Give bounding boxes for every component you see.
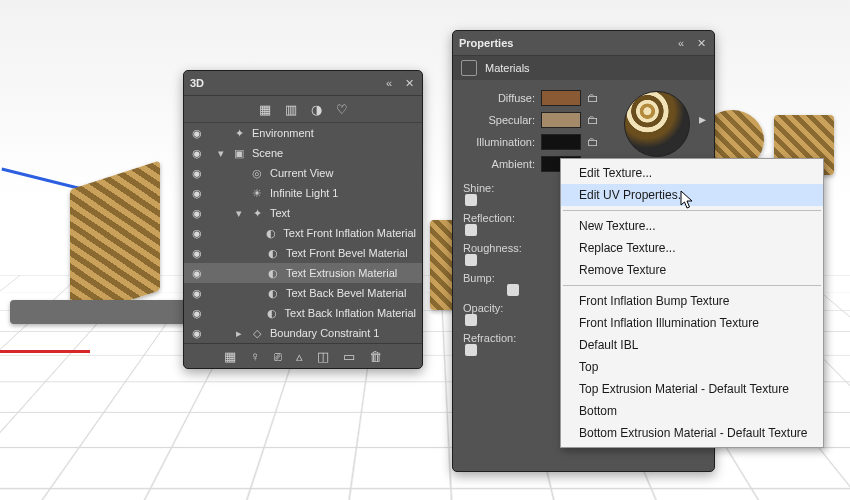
slider-knob[interactable] bbox=[465, 314, 477, 326]
menu-item[interactable]: Top bbox=[561, 356, 823, 378]
scene-item-label: Text Front Bevel Material bbox=[286, 247, 408, 259]
axis-red bbox=[0, 350, 90, 353]
collapse-icon[interactable]: « bbox=[674, 36, 688, 50]
menu-item[interactable]: Edit Texture... bbox=[561, 162, 823, 184]
item-type-icon: ✦ bbox=[250, 206, 264, 220]
scene-tree-item[interactable]: ◉▾✦Text bbox=[184, 203, 422, 223]
scene-tree-item[interactable]: ◉◐Text Back Inflation Material bbox=[184, 303, 422, 323]
menu-item[interactable]: New Texture... bbox=[561, 215, 823, 237]
specular-label: Specular: bbox=[463, 114, 541, 126]
diffuse-label: Diffuse: bbox=[463, 92, 541, 104]
collapse-icon[interactable]: « bbox=[382, 76, 396, 90]
scene-item-label: Text Extrusion Material bbox=[286, 267, 397, 279]
specular-swatch[interactable] bbox=[541, 112, 581, 128]
scene-tree[interactable]: ◉✦Environment◉▾▣Scene◉◎Current View◉☀Inf… bbox=[184, 123, 422, 343]
diffuse-texture-icon[interactable]: 🗀 bbox=[585, 91, 601, 105]
footer-icon[interactable]: 🗑 bbox=[369, 349, 382, 364]
illumination-texture-icon[interactable]: 🗀 bbox=[585, 135, 601, 149]
scene-tree-item[interactable]: ◉☀Infinite Light 1 bbox=[184, 183, 422, 203]
visibility-eye-icon[interactable]: ◉ bbox=[190, 187, 204, 200]
scene-tree-item[interactable]: ◉◐Text Front Bevel Material bbox=[184, 243, 422, 263]
menu-item[interactable]: Remove Texture bbox=[561, 259, 823, 281]
visibility-eye-icon[interactable]: ◉ bbox=[190, 267, 204, 280]
panel-3d-footer: ▦ ♀ ⎚ ▵ ◫ ▭ 🗑 bbox=[184, 343, 422, 368]
diffuse-swatch[interactable] bbox=[541, 90, 581, 106]
scene-base bbox=[10, 300, 190, 324]
scene-item-label: Text bbox=[270, 207, 290, 219]
footer-icon[interactable]: ▵ bbox=[296, 349, 303, 364]
slider-knob[interactable] bbox=[465, 254, 477, 266]
preview-next-icon[interactable]: ▸ bbox=[699, 111, 706, 127]
material-preview-sphere[interactable] bbox=[624, 91, 690, 157]
item-type-icon: ◐ bbox=[266, 266, 280, 280]
visibility-eye-icon[interactable]: ◉ bbox=[190, 327, 204, 340]
properties-subheader: Materials bbox=[453, 56, 714, 80]
menu-item[interactable]: Bottom bbox=[561, 400, 823, 422]
close-icon[interactable]: ✕ bbox=[694, 36, 708, 50]
scene-tree-item[interactable]: ◉✦Environment bbox=[184, 123, 422, 143]
disclosure-twist-icon[interactable]: ▸ bbox=[234, 327, 244, 340]
illumination-label: Illumination: bbox=[463, 136, 541, 148]
slider-knob[interactable] bbox=[507, 284, 519, 296]
scene-item-label: Current View bbox=[270, 167, 333, 179]
panel-properties-header[interactable]: Properties « ✕ bbox=[453, 31, 714, 56]
illumination-swatch[interactable] bbox=[541, 134, 581, 150]
scene-item-label: Boundary Constraint 1 bbox=[270, 327, 379, 339]
visibility-eye-icon[interactable]: ◉ bbox=[190, 167, 204, 180]
scene-tree-item[interactable]: ◉◐Text Front Inflation Material bbox=[184, 223, 422, 243]
visibility-eye-icon[interactable]: ◉ bbox=[190, 127, 204, 140]
visibility-eye-icon[interactable]: ◉ bbox=[190, 287, 204, 300]
panel-3d-title: 3D bbox=[190, 77, 204, 89]
visibility-eye-icon[interactable]: ◉ bbox=[190, 227, 203, 240]
scene-tree-item[interactable]: ◉◎Current View bbox=[184, 163, 422, 183]
item-type-icon: ◎ bbox=[250, 166, 264, 180]
visibility-eye-icon[interactable]: ◉ bbox=[190, 247, 204, 260]
item-type-icon: ◐ bbox=[265, 306, 278, 320]
texture-context-menu[interactable]: Edit Texture...Edit UV Properties...New … bbox=[560, 158, 824, 448]
toolbar-icon[interactable]: ◑ bbox=[311, 102, 322, 117]
slider-knob[interactable] bbox=[465, 194, 477, 206]
menu-item[interactable]: Front Inflation Illumination Texture bbox=[561, 312, 823, 334]
item-type-icon: ☀ bbox=[250, 186, 264, 200]
panel-3d[interactable]: 3D « ✕ ▦ ▥ ◑ ♡ ◉✦Environment◉▾▣Scene◉◎Cu… bbox=[183, 70, 423, 369]
panel-3d-header[interactable]: 3D « ✕ bbox=[184, 71, 422, 96]
menu-item[interactable]: Replace Texture... bbox=[561, 237, 823, 259]
menu-item[interactable]: Front Inflation Bump Texture bbox=[561, 290, 823, 312]
visibility-eye-icon[interactable]: ◉ bbox=[190, 207, 204, 220]
visibility-eye-icon[interactable]: ◉ bbox=[190, 307, 203, 320]
item-type-icon: ◐ bbox=[264, 226, 277, 240]
footer-icon[interactable]: ▦ bbox=[224, 349, 236, 364]
menu-item[interactable]: Default IBL bbox=[561, 334, 823, 356]
materials-icon bbox=[461, 60, 477, 76]
menu-item[interactable]: Edit UV Properties... bbox=[561, 184, 823, 206]
toolbar-icon[interactable]: ▦ bbox=[259, 102, 271, 117]
scene-tree-item[interactable]: ◉◐Text Back Bevel Material bbox=[184, 283, 422, 303]
footer-icon[interactable]: ▭ bbox=[343, 349, 355, 364]
disclosure-twist-icon[interactable]: ▾ bbox=[234, 207, 244, 220]
scene-item-label: Text Back Inflation Material bbox=[285, 307, 416, 319]
ambient-label: Ambient: bbox=[463, 158, 541, 170]
item-type-icon: ✦ bbox=[232, 126, 246, 140]
scene-item-label: Text Front Inflation Material bbox=[283, 227, 416, 239]
scene-item-label: Text Back Bevel Material bbox=[286, 287, 406, 299]
scene-tree-item[interactable]: ◉◐Text Extrusion Material bbox=[184, 263, 422, 283]
slider-knob[interactable] bbox=[465, 224, 477, 236]
menu-item[interactable]: Top Extrusion Material - Default Texture bbox=[561, 378, 823, 400]
menu-item[interactable]: Bottom Extrusion Material - Default Text… bbox=[561, 422, 823, 444]
scene-item-label: Scene bbox=[252, 147, 283, 159]
specular-texture-icon[interactable]: 🗀 bbox=[585, 113, 601, 127]
close-icon[interactable]: ✕ bbox=[402, 76, 416, 90]
scene-tree-item[interactable]: ◉▾▣Scene bbox=[184, 143, 422, 163]
footer-icon[interactable]: ⎚ bbox=[274, 349, 282, 364]
toolbar-icon[interactable]: ♡ bbox=[336, 102, 348, 117]
panel-3d-toolbar: ▦ ▥ ◑ ♡ bbox=[184, 96, 422, 123]
visibility-eye-icon[interactable]: ◉ bbox=[190, 147, 204, 160]
footer-icon[interactable]: ♀ bbox=[250, 349, 260, 364]
menu-separator bbox=[563, 210, 821, 211]
slider-knob[interactable] bbox=[465, 344, 477, 356]
footer-icon[interactable]: ◫ bbox=[317, 349, 329, 364]
toolbar-icon[interactable]: ▥ bbox=[285, 102, 297, 117]
properties-subtitle: Materials bbox=[485, 62, 530, 74]
disclosure-twist-icon[interactable]: ▾ bbox=[216, 147, 226, 160]
scene-tree-item[interactable]: ◉▸◇Boundary Constraint 1 bbox=[184, 323, 422, 343]
